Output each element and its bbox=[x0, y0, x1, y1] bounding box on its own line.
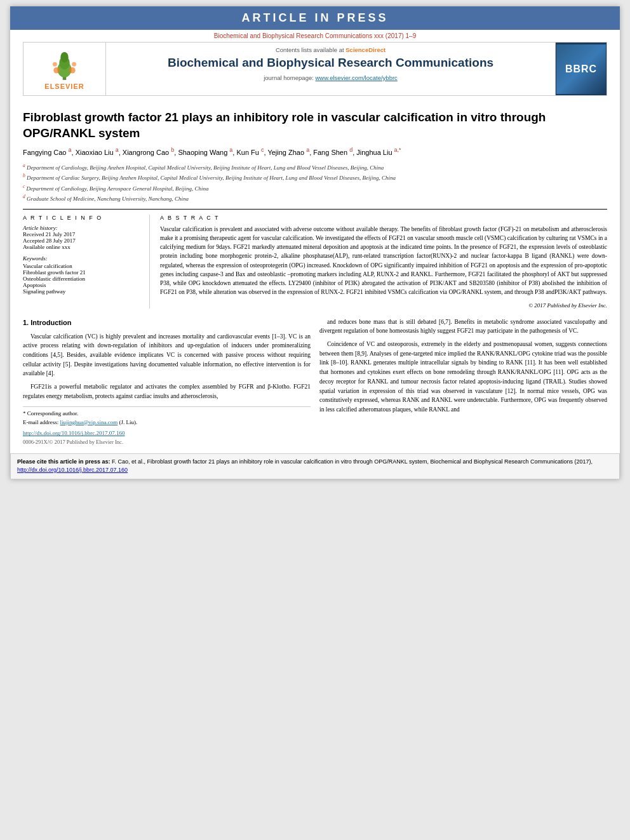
body-right-column: and reduces bone mass that is still deba… bbox=[319, 317, 607, 447]
bbrc-text: BBRC bbox=[565, 63, 597, 75]
right-para-1: and reduces bone mass that is still deba… bbox=[319, 317, 607, 336]
bbrc-cover-image: BBRC bbox=[556, 44, 606, 94]
right-para-2: Coincidence of VC and osteoporosis, extr… bbox=[319, 340, 607, 415]
bbrc-logo-area: BBRC bbox=[556, 43, 607, 95]
intro-section-title: 1. Introduction bbox=[23, 317, 311, 328]
body-content: 1. Introduction Vascular calcification (… bbox=[23, 317, 607, 447]
intro-section-label: Introduction bbox=[30, 319, 71, 326]
elsevier-logo-area: ELSEVIER bbox=[23, 43, 106, 95]
email-line: E-mail address: liujinghua@vip.sina.com … bbox=[23, 418, 311, 427]
copyright-line: © 2017 Published by Elsevier Inc. bbox=[160, 302, 607, 309]
journal-ref-text: Biochemical and Biophysical Research Com… bbox=[214, 32, 417, 39]
sciencedirect-line: Contents lists available at ScienceDirec… bbox=[112, 46, 549, 53]
abstract-text: Vascular calcification is prevalent and … bbox=[160, 225, 607, 297]
svg-point-6 bbox=[53, 62, 57, 67]
article-info-column: A R T I C L E I N F O Article history: R… bbox=[23, 215, 150, 309]
page: ARTICLE IN PRESS Biochemical and Biophys… bbox=[10, 6, 620, 479]
affiliation-a: a Department of Cardiology, Beijing Anzh… bbox=[23, 162, 607, 173]
keyword-3: Osteoblastic differentiation bbox=[23, 276, 142, 282]
main-content: Fibroblast growth factor 21 plays an inh… bbox=[10, 96, 620, 453]
authors: Fangying Cao a, Xiaoxiao Liu a, Xiangron… bbox=[23, 146, 607, 157]
abstract-label: A B S T R A C T bbox=[160, 215, 607, 221]
elsevier-label: ELSEVIER bbox=[44, 83, 84, 90]
svg-point-4 bbox=[53, 67, 60, 74]
please-cite-label: Please cite this article in press as: bbox=[17, 458, 112, 465]
keywords-block: Keywords: Vascular calcification Fibrobl… bbox=[23, 255, 142, 295]
article-in-press-banner: ARTICLE IN PRESS bbox=[10, 6, 620, 30]
banner-text: ARTICLE IN PRESS bbox=[241, 11, 388, 24]
journal-homepage: journal homepage: www.elsevier.com/locat… bbox=[112, 74, 549, 81]
journal-title: Biochemical and Biophysical Research Com… bbox=[112, 56, 549, 70]
article-title: Fibroblast growth factor 21 plays an inh… bbox=[23, 110, 607, 141]
info-abstract-columns: A R T I C L E I N F O Article history: R… bbox=[23, 215, 607, 309]
doi-line: http://dx.doi.org/10.1016/j.bbrc.2017.07… bbox=[23, 429, 311, 438]
article-info-label: A R T I C L E I N F O bbox=[23, 215, 142, 221]
keywords-label: Keywords: bbox=[23, 255, 142, 262]
corresponding-author-label: * Corresponding author. bbox=[23, 410, 311, 418]
cite-doi-link[interactable]: http://dx.doi.org/10.1016/j.bbrc.2017.07… bbox=[17, 467, 128, 473]
svg-point-5 bbox=[69, 67, 76, 74]
issn-line: 0006-291X/© 2017 Published by Elsevier I… bbox=[23, 438, 311, 446]
intro-para-1: Vascular calcification (VC) is highly pr… bbox=[23, 332, 311, 379]
received-date: Received 21 July 2017 bbox=[23, 231, 142, 237]
elsevier-tree-icon bbox=[47, 48, 82, 83]
body-left-column: 1. Introduction Vascular calcification (… bbox=[23, 317, 311, 447]
email-person: (J. Liu). bbox=[119, 419, 138, 425]
keyword-4: Apoptosis bbox=[23, 282, 142, 288]
sciencedirect-link[interactable]: ScienceDirect bbox=[345, 46, 385, 53]
keyword-5: Signaling pathway bbox=[23, 288, 142, 295]
abstract-column: A B S T R A C T Vascular calcification i… bbox=[160, 215, 607, 309]
citation-box: Please cite this article in press as: F.… bbox=[10, 453, 620, 479]
keyword-2: Fibroblast growth factor 21 bbox=[23, 269, 142, 276]
intro-section-num: 1. bbox=[23, 319, 29, 326]
doi-link[interactable]: http://dx.doi.org/10.1016/j.bbrc.2017.07… bbox=[23, 430, 125, 436]
header-box: ELSEVIER Contents lists available at Sci… bbox=[23, 42, 607, 96]
svg-point-7 bbox=[72, 62, 76, 67]
keyword-1: Vascular calcification bbox=[23, 263, 142, 269]
divider bbox=[23, 209, 607, 210]
article-history: Article history: Received 21 July 2017 A… bbox=[23, 225, 142, 250]
affiliation-b: b Department of Cardiac Surgery, Beijing… bbox=[23, 172, 607, 183]
journal-ref: Biochemical and Biophysical Research Com… bbox=[10, 30, 620, 42]
affiliations: a Department of Cardiology, Beijing Anzh… bbox=[23, 162, 607, 204]
affiliation-d: d Graduate School of Medicine, Nanchang … bbox=[23, 193, 607, 204]
accepted-date: Accepted 28 July 2017 bbox=[23, 237, 142, 244]
intro-para-2: FGF21is a powerful metabolic regulator a… bbox=[23, 382, 311, 401]
affiliation-c: c Department of Cardiology, Beijing Aero… bbox=[23, 183, 607, 194]
svg-point-3 bbox=[60, 52, 68, 63]
email-link[interactable]: liujinghua@vip.sina.com bbox=[60, 419, 117, 425]
footnotes: * Corresponding author. E-mail address: … bbox=[23, 406, 311, 447]
email-label: E-mail address: bbox=[23, 419, 58, 425]
header-center: Contents lists available at ScienceDirec… bbox=[106, 43, 556, 95]
homepage-link[interactable]: www.elsevier.com/locate/ybbrc bbox=[315, 74, 397, 81]
history-label: Article history: bbox=[23, 225, 142, 231]
available-date: Available online xxx bbox=[23, 244, 142, 250]
